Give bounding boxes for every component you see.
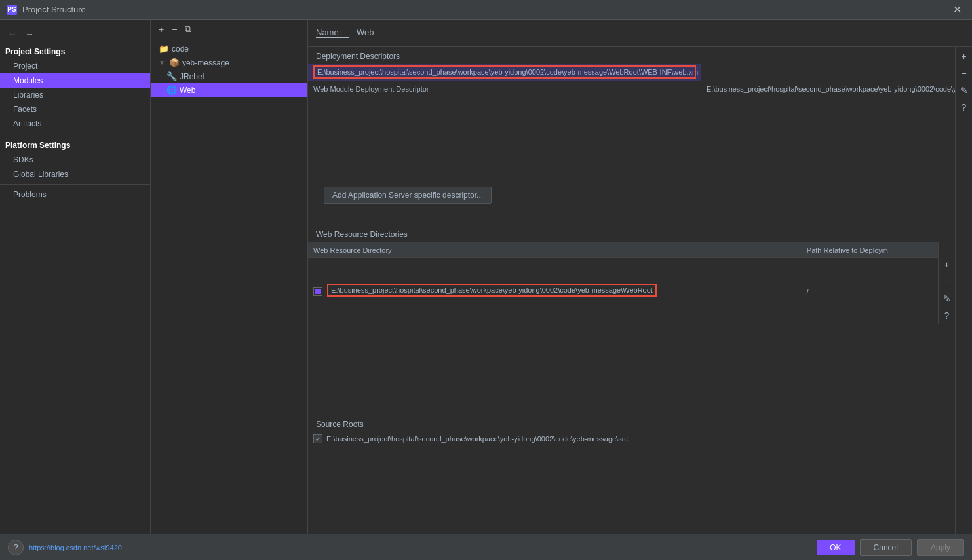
wrd-col1-header: Web Resource Directory bbox=[308, 242, 802, 258]
nav-back-button[interactable]: ← bbox=[5, 28, 20, 41]
sidebar-item-modules[interactable]: Modules bbox=[0, 73, 150, 88]
ok-button[interactable]: OK bbox=[817, 540, 854, 555]
tree-item-jrebel-label: JRebel bbox=[180, 72, 204, 81]
name-row: Name: bbox=[308, 20, 972, 47]
name-label: Name: bbox=[316, 28, 349, 38]
dd-empty-space bbox=[308, 98, 955, 176]
tree-item-jrebel[interactable]: 🔧 JRebel bbox=[151, 69, 307, 83]
module-tree: 📁 code ▼ 📦 yeb-message 🔧 JRebel 🌐 bbox=[151, 39, 307, 534]
sr-row-1: ✓ E:\business_project\hospital\second_ph… bbox=[308, 432, 955, 446]
tree-item-code-label: code bbox=[172, 45, 189, 54]
divider-2 bbox=[0, 184, 150, 185]
deployment-descriptors-section: Deployment Descriptors E:\business_proje… bbox=[308, 47, 955, 219]
wrd-col2-header: Path Relative to Deploym... bbox=[802, 242, 938, 258]
dd-path-highlighted: E:\business_project\hospital\second_phas… bbox=[313, 65, 696, 79]
middle-toolbar: + − ⧉ bbox=[151, 20, 307, 39]
content-area: Deployment Descriptors E:\business_proje… bbox=[308, 47, 972, 534]
module-icon: 📦 bbox=[169, 58, 180, 67]
wrd-side-buttons: + − ✎ ? bbox=[938, 242, 955, 324]
app-icon: PS bbox=[7, 5, 17, 15]
dd-row-2[interactable]: Web Module Deployment Descriptor E:\busi… bbox=[308, 81, 955, 98]
middle-panel: + − ⧉ 📁 code ▼ 📦 yeb-message 🔧 bbox=[151, 20, 308, 534]
dd-edit-button[interactable]: ✎ bbox=[957, 83, 971, 98]
source-roots-title: Source Roots bbox=[308, 415, 955, 432]
deployment-descriptors-table: E:\business_project\hospital\second_phas… bbox=[308, 64, 955, 98]
sidebar-item-problems-label: Problems bbox=[13, 190, 47, 199]
tree-item-yeb-message-label: yeb-message bbox=[182, 58, 229, 67]
app-window: PS Project Structure ✕ ← → Project Setti… bbox=[0, 0, 972, 560]
wrd-table: Web Resource Directory Path Relative to … bbox=[308, 242, 938, 324]
divider-1 bbox=[0, 134, 150, 134]
sidebar-item-global-libraries-label: Global Libraries bbox=[13, 170, 68, 179]
sidebar-item-facets[interactable]: Facets bbox=[0, 102, 150, 117]
tree-item-web-label: Web bbox=[180, 86, 195, 95]
tree-add-button[interactable]: + bbox=[156, 23, 166, 36]
wrd-edit-button[interactable]: ✎ bbox=[940, 291, 954, 306]
wrd-path-highlighted: E:\business_project\hospital\second_phas… bbox=[327, 284, 657, 297]
web-resource-dirs-title: Web Resource Directories bbox=[308, 225, 955, 242]
wrd-remove-button[interactable]: − bbox=[940, 274, 954, 289]
sidebar-item-libraries-label: Libraries bbox=[13, 90, 43, 100]
jrebel-icon: 🔧 bbox=[166, 71, 177, 81]
content-main: Deployment Descriptors E:\business_proje… bbox=[308, 47, 955, 534]
folder-icon: 📁 bbox=[159, 44, 169, 54]
bottom-right: OK Cancel Apply bbox=[817, 539, 964, 556]
web-resource-dirs-section: Web Resource Directories Web Resource Di… bbox=[308, 219, 955, 409]
dd-row-1-path: E:\business_project\hospital\second_phas… bbox=[308, 64, 701, 81]
sidebar-item-facets-label: Facets bbox=[13, 105, 37, 114]
help-button[interactable]: ? bbox=[8, 540, 24, 555]
left-panel: ← → Project Settings Project Modules Lib… bbox=[0, 20, 151, 534]
dd-add-button[interactable]: + bbox=[957, 49, 971, 64]
dd-remove-button[interactable]: − bbox=[957, 66, 971, 81]
tree-item-code[interactable]: 📁 code bbox=[151, 42, 307, 56]
tree-remove-button[interactable]: − bbox=[169, 23, 180, 36]
add-server-row: Add Application Server specific descript… bbox=[308, 176, 955, 214]
title-bar-left: PS Project Structure bbox=[7, 5, 86, 15]
apply-button[interactable]: Apply bbox=[917, 539, 964, 556]
platform-settings-header: Platform Settings bbox=[0, 137, 150, 153]
sidebar-item-problems[interactable]: Problems bbox=[0, 187, 150, 202]
sidebar-item-sdks-label: SDKs bbox=[13, 155, 33, 164]
dd-help-button[interactable]: ? bbox=[957, 100, 971, 115]
wrd-header-row: Web Resource Directory Path Relative to … bbox=[308, 242, 938, 258]
wrd-checkbox[interactable] bbox=[313, 287, 322, 296]
status-link[interactable]: https://blog.csdn.net/wsl9420 bbox=[29, 544, 122, 551]
sr-checkbox[interactable]: ✓ bbox=[313, 434, 322, 443]
sidebar-item-artifacts-label: Artifacts bbox=[13, 119, 41, 128]
sidebar-item-sdks[interactable]: SDKs bbox=[0, 153, 150, 167]
name-input[interactable] bbox=[354, 26, 964, 39]
wrd-table-wrapper: Web Resource Directory Path Relative to … bbox=[308, 242, 955, 324]
dd-row-2-path: E:\business_project\hospital\second_phas… bbox=[701, 81, 955, 98]
cancel-button[interactable]: Cancel bbox=[860, 539, 912, 556]
web-icon: 🌐 bbox=[166, 85, 177, 95]
wrd-add-button[interactable]: + bbox=[940, 257, 954, 272]
dd-row-2-label: Web Module Deployment Descriptor bbox=[308, 81, 701, 98]
nav-forward-button[interactable]: → bbox=[22, 28, 37, 41]
tree-item-yeb-message[interactable]: ▼ 📦 yeb-message bbox=[151, 56, 307, 69]
wrd-row-1[interactable]: E:\business_project\hospital\second_phas… bbox=[308, 258, 938, 325]
wrd-empty-space bbox=[308, 324, 955, 409]
app-icon-text: PS bbox=[7, 6, 16, 13]
sidebar-item-artifacts[interactable]: Artifacts bbox=[0, 117, 150, 131]
project-settings-header: Project Settings bbox=[0, 43, 150, 59]
wrd-help-button[interactable]: ? bbox=[940, 308, 954, 323]
wrd-row-1-rel: / bbox=[802, 258, 938, 325]
source-roots-section: Source Roots ✓ E:\business_project\hospi… bbox=[308, 409, 955, 446]
sr-path-1: E:\business_project\hospital\second_phas… bbox=[326, 435, 628, 443]
sidebar-item-project[interactable]: Project bbox=[0, 59, 150, 73]
window-title: Project Structure bbox=[22, 5, 86, 14]
sidebar-item-libraries[interactable]: Libraries bbox=[0, 88, 150, 102]
bottom-left: ? https://blog.csdn.net/wsl9420 bbox=[8, 540, 122, 555]
tree-copy-button[interactable]: ⧉ bbox=[182, 22, 194, 36]
dd-row-1[interactable]: E:\business_project\hospital\second_phas… bbox=[308, 64, 955, 81]
sidebar-item-global-libraries[interactable]: Global Libraries bbox=[0, 167, 150, 181]
expand-icon: ▼ bbox=[159, 59, 165, 66]
close-button[interactable]: ✕ bbox=[949, 2, 965, 17]
add-server-descriptor-button[interactable]: Add Application Server specific descript… bbox=[324, 187, 492, 204]
main-container: ← → Project Settings Project Modules Lib… bbox=[0, 20, 972, 534]
sidebar-item-modules-label: Modules bbox=[13, 76, 43, 85]
sidebar-item-project-label: Project bbox=[13, 62, 37, 71]
tree-item-web[interactable]: 🌐 Web bbox=[151, 83, 307, 97]
right-side-panel: + − ✎ ? bbox=[955, 47, 972, 534]
wrd-row-1-path: E:\business_project\hospital\second_phas… bbox=[308, 258, 802, 325]
